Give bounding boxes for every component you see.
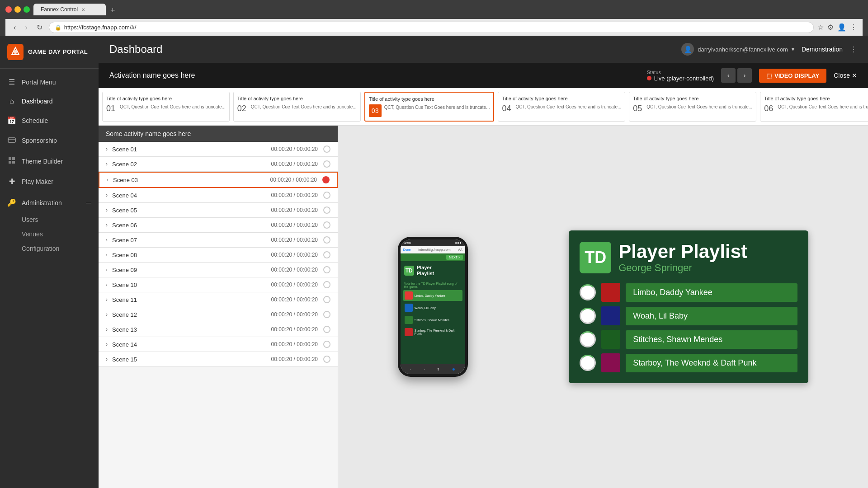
scene-row-13[interactable]: › Scene 13 00:00:20 / 00:00:20 <box>99 322 338 337</box>
prev-arrow-button[interactable]: ‹ <box>721 68 736 83</box>
phone-done-button[interactable]: Done <box>403 248 411 251</box>
sidebar-item-portal-menu[interactable]: ☰ Portal Menu <box>0 72 99 92</box>
scene-chevron[interactable]: › <box>106 207 108 213</box>
scene-row-3[interactable]: › Scene 03 00:00:20 / 00:00:20 <box>99 172 338 188</box>
sidebar-item-play-maker[interactable]: ✚ Play Maker <box>0 172 99 191</box>
scene-chevron[interactable]: › <box>106 311 108 318</box>
big-song-radio <box>580 308 596 324</box>
active-tab[interactable]: Fannex Control ✕ <box>33 4 106 15</box>
maximize-dot[interactable] <box>24 6 30 13</box>
phone-forward-icon[interactable]: › <box>424 367 425 371</box>
dashboard-label: Dashboard <box>22 98 53 105</box>
big-song-item-2[interactable]: Woah, Lil Baby <box>580 306 797 325</box>
scene-row-15[interactable]: › Scene 15 00:00:20 / 00:00:20 <box>99 352 338 367</box>
administration-header[interactable]: 🔑 Administration — <box>0 193 99 212</box>
settings-icon[interactable]: ⚙ <box>827 23 834 32</box>
sidebar-item-theme-builder[interactable]: Theme Builder <box>0 151 99 172</box>
new-tab-button[interactable]: + <box>107 6 119 15</box>
phone-back-icon[interactable]: ‹ <box>410 367 411 371</box>
scene-row-14[interactable]: › Scene 14 00:00:20 / 00:00:20 <box>99 337 338 352</box>
address-bar[interactable]: 🔒 https://fcstage.fnapp.com/#/ <box>49 22 814 33</box>
scene-chevron[interactable]: › <box>106 267 108 273</box>
phone-aa-button[interactable]: AA <box>458 248 462 251</box>
bookmark-icon[interactable]: ☆ <box>817 23 824 32</box>
scene-row-6[interactable]: › Scene 06 00:00:20 / 00:00:20 <box>99 218 338 233</box>
scene-chevron[interactable]: › <box>106 282 108 288</box>
scene-chevron[interactable]: › <box>106 356 108 362</box>
tab-close-button[interactable]: ✕ <box>81 7 85 12</box>
sidebar-item-configuration[interactable]: Configuration <box>22 241 99 256</box>
phone-bookmark-icon[interactable]: ⊕ <box>452 367 455 371</box>
big-song-item-1[interactable]: Limbo, Daddy Yankee <box>580 283 797 302</box>
content-area: Title of activity type goes here 01 QCT,… <box>99 88 868 488</box>
scene-row-7[interactable]: › Scene 07 00:00:20 / 00:00:20 <box>99 233 338 248</box>
phone-browser-bar: Done interstitig.fnapp.com AA <box>401 246 465 253</box>
activity-desc: QCT, Question Cue Text Goes here and is … <box>120 104 226 110</box>
activity-card-1[interactable]: Title of activity type goes here 01 QCT,… <box>102 92 230 122</box>
activity-num: 03 <box>369 104 382 117</box>
phone-song-item-3[interactable]: Stitches, Shawn Mendes <box>403 314 462 325</box>
scene-chevron[interactable]: › <box>106 161 108 167</box>
scene-chevron[interactable]: › <box>106 146 108 152</box>
scene-chevron[interactable]: › <box>106 252 108 258</box>
user-info[interactable]: 👤 darrylvanherksen@fannexlive.com ▾ <box>681 43 794 56</box>
more-icon[interactable]: ⋮ <box>850 23 857 32</box>
scene-row-2[interactable]: › Scene 02 00:00:20 / 00:00:20 <box>99 157 338 172</box>
sidebar-item-schedule[interactable]: 📅 Schedule <box>0 111 99 130</box>
scene-row-12[interactable]: › Scene 12 00:00:20 / 00:00:20 <box>99 307 338 322</box>
scene-chevron[interactable]: › <box>107 177 108 183</box>
back-button[interactable]: ‹ <box>11 23 19 33</box>
phone-song-item-2[interactable]: Woah, Lil Baby <box>403 302 462 313</box>
phone-status-bar: 4:50 ●●● <box>401 239 465 246</box>
scene-row-1[interactable]: › Scene 01 00:00:20 / 00:00:20 <box>99 142 338 157</box>
big-song-item-4[interactable]: Starboy, The Weeknd & Daft Punk <box>580 353 797 372</box>
scene-status-dot <box>323 281 330 288</box>
scene-row-5[interactable]: › Scene 05 00:00:20 / 00:00:20 <box>99 203 338 218</box>
dashboard-icon: ⌂ <box>7 97 16 105</box>
scene-chevron[interactable]: › <box>106 341 108 347</box>
main-panel: Some activity name goes here › Scene 01 … <box>99 126 868 488</box>
big-song-name: Starboy, The Weeknd & Daft Punk <box>626 354 797 372</box>
phone-song-item-4[interactable]: Starboy, The Weeknd & Daft Punk <box>403 327 462 338</box>
activity-card-2[interactable]: Title of activity type goes here 02 QCT,… <box>233 92 361 122</box>
scene-chevron[interactable]: › <box>106 326 108 333</box>
phone-next-button[interactable]: NEXT > <box>446 255 463 260</box>
scene-row-4[interactable]: › Scene 04 00:00:20 / 00:00:20 <box>99 188 338 203</box>
forward-button[interactable]: › <box>22 23 30 33</box>
lock-icon: 🔒 <box>55 24 61 31</box>
activity-card-6[interactable]: Title of activity type goes here 06 QCT,… <box>760 92 868 122</box>
scene-chevron[interactable]: › <box>106 192 108 198</box>
scene-chevron[interactable]: › <box>106 222 108 228</box>
scene-row-9[interactable]: › Scene 09 00:00:20 / 00:00:20 <box>99 263 338 277</box>
close-dot[interactable] <box>5 6 12 13</box>
topbar-more-icon[interactable]: ⋮ <box>850 45 857 54</box>
activity-card-4[interactable]: Title of activity type goes here 04 QCT,… <box>498 92 625 122</box>
big-song-thumb <box>601 306 620 325</box>
phone-song-name: Woah, Lil Baby <box>415 306 436 310</box>
account-icon[interactable]: 👤 <box>837 23 846 32</box>
next-arrow-button[interactable]: › <box>737 68 752 83</box>
activity-card-5[interactable]: Title of activity type goes here 05 QCT,… <box>629 92 756 122</box>
sidebar-item-users[interactable]: Users <box>22 212 99 227</box>
close-button[interactable]: Close ✕ <box>834 72 857 79</box>
scene-row-8[interactable]: › Scene 08 00:00:20 / 00:00:20 <box>99 248 338 263</box>
minimize-dot[interactable] <box>14 6 21 13</box>
portal-menu-label: Portal Menu <box>22 79 56 86</box>
phone-share-icon[interactable]: ⬆ <box>437 367 440 371</box>
scene-chevron[interactable]: › <box>106 296 108 303</box>
activity-card-3[interactable]: Title of activity type goes here 03 QCT,… <box>364 92 495 122</box>
video-display-button[interactable]: ⬚ VIDEO DISPLAY <box>759 69 826 83</box>
svg-rect-2 <box>8 138 15 142</box>
scene-name: Scene 12 <box>112 311 271 318</box>
status-group: Status Live (player-controlled) <box>647 70 714 82</box>
reload-button[interactable]: ↻ <box>34 22 45 33</box>
phone-content: NEXT > TD Player Playlist Vote for th <box>401 253 465 364</box>
phone-song-item-1[interactable]: Limbo, Daddy Yankee <box>403 290 462 301</box>
scene-row-10[interactable]: › Scene 10 00:00:20 / 00:00:20 <box>99 277 338 292</box>
scene-chevron[interactable]: › <box>106 237 108 243</box>
sidebar-item-venues[interactable]: Venues <box>22 227 99 241</box>
big-song-item-3[interactable]: Stitches, Shawn Mendes <box>580 330 797 349</box>
scene-row-11[interactable]: › Scene 11 00:00:20 / 00:00:20 <box>99 292 338 307</box>
sidebar-item-sponsorship[interactable]: Sponsorship <box>0 130 99 151</box>
sidebar-item-dashboard[interactable]: ⌂ Dashboard <box>0 92 99 111</box>
